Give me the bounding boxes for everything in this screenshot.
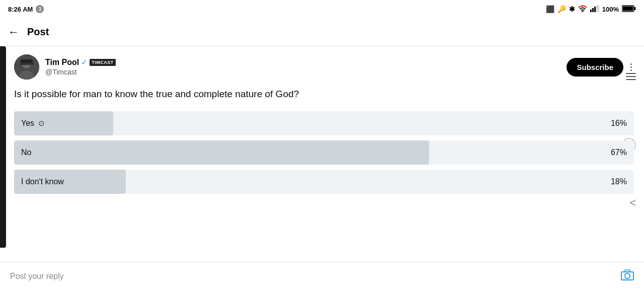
more-options-button[interactable] <box>628 61 634 73</box>
svg-rect-16 <box>625 270 630 272</box>
more-dot-1 <box>630 63 632 65</box>
poll-percent-no: 67% <box>611 148 627 157</box>
poll-label-no: No <box>14 148 38 157</box>
subscribe-button[interactable]: Subscribe <box>567 58 623 77</box>
poll-option-no-text: No <box>21 148 31 157</box>
status-bar: 8:26 AM 3 ⬛ 🔑 ✱ 100% <box>0 0 644 18</box>
cast-icon: ⬛ <box>546 5 554 13</box>
svg-rect-2 <box>592 8 594 12</box>
avatar[interactable] <box>14 54 39 80</box>
reply-bar: Post your reply <box>0 262 644 290</box>
battery-icon <box>622 5 636 14</box>
wifi-icon <box>578 5 587 14</box>
poll-label-yes: Yes ⊙ <box>14 119 52 128</box>
reply-placeholder[interactable]: Post your reply <box>10 272 64 281</box>
poll-option-yes-text: Yes <box>21 119 34 128</box>
more-dot-3 <box>630 69 632 71</box>
poll-option-idk-text: I don't know <box>21 177 64 186</box>
post-content: Tim Pool ✓ TIMCAST @Timcast Subscribe Is… <box>0 46 644 207</box>
author-handle[interactable]: @Timcast <box>45 68 116 76</box>
status-time-area: 8:26 AM 3 <box>8 5 44 13</box>
poll-option-yes[interactable]: Yes ⊙ 16% <box>14 111 634 135</box>
poll-check-yes-icon: ⊙ <box>38 119 45 128</box>
author-actions: Subscribe <box>567 58 634 77</box>
author-name: Tim Pool <box>45 58 79 67</box>
author-info: Tim Pool ✓ TIMCAST @Timcast <box>14 54 116 80</box>
back-button[interactable]: ← <box>8 26 19 39</box>
svg-rect-4 <box>596 5 598 12</box>
page-title: Post <box>27 26 49 38</box>
more-dot-2 <box>630 66 632 68</box>
status-time: 8:26 AM <box>8 6 33 13</box>
key-icon: 🔑 <box>557 5 566 13</box>
svg-rect-3 <box>594 7 596 12</box>
svg-point-15 <box>625 273 630 278</box>
svg-rect-5 <box>598 5 599 12</box>
status-icons-area: ⬛ 🔑 ✱ 100% <box>546 5 636 14</box>
poll-label-idk: I don't know <box>14 177 71 186</box>
svg-point-0 <box>582 11 583 12</box>
post-text: Is it possible for man to know the true … <box>14 88 634 101</box>
poll-bar-no <box>14 140 429 165</box>
poll-option-idk[interactable]: I don't know 18% <box>14 170 634 194</box>
author-row: Tim Pool ✓ TIMCAST @Timcast Subscribe <box>14 54 634 80</box>
poll-percent-yes: 16% <box>611 119 627 128</box>
svg-rect-8 <box>623 6 633 11</box>
svg-rect-1 <box>590 10 592 12</box>
verified-icon: ✓ <box>81 58 88 67</box>
signal-bars-icon <box>590 5 599 14</box>
svg-rect-7 <box>634 7 636 10</box>
camera-icon[interactable] <box>621 269 634 283</box>
poll-option-no[interactable]: No 67% <box>14 140 634 165</box>
avatar-image <box>14 54 39 80</box>
notification-badge: 3 <box>36 5 44 13</box>
battery-percent: 100% <box>602 6 619 13</box>
svg-rect-13 <box>20 63 34 65</box>
poll-container: Yes ⊙ 16% No 67% I don't know 18% <box>14 111 634 194</box>
bluetooth-icon: ✱ <box>569 5 575 13</box>
author-details: Tim Pool ✓ TIMCAST @Timcast <box>45 58 116 76</box>
author-name-row: Tim Pool ✓ TIMCAST <box>45 58 116 67</box>
timcast-badge: TIMCAST <box>90 59 116 66</box>
poll-percent-idk: 18% <box>611 177 627 186</box>
header: ← Post <box>0 18 644 46</box>
